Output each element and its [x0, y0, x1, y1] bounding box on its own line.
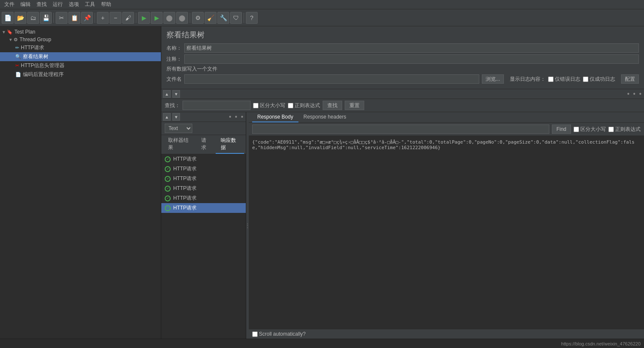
request-status-icon-5	[165, 195, 171, 201]
menu-find[interactable]: 查找	[34, 0, 49, 9]
settings-button[interactable]: ⚙	[192, 12, 204, 24]
menu-file[interactable]: 文件	[2, 0, 17, 9]
tab-sampler-results[interactable]: 取样器结果	[163, 135, 196, 154]
tree-item-post-processor[interactable]: 📄 编码后置处理程序	[0, 70, 161, 79]
request-list-panel: ▲ ▼ • • • Text JSON XML HTML Binary	[161, 112, 246, 339]
run-stop-button[interactable]: ▶	[151, 12, 163, 24]
response-tab-headers[interactable]: Response headers	[298, 112, 352, 122]
find-input[interactable]	[252, 124, 549, 134]
stop-circle-button[interactable]: ⬤	[163, 12, 175, 24]
tool1-button[interactable]: 🔧	[217, 12, 229, 24]
tree-arrow-plan: ▼	[2, 30, 6, 34]
request-item-3[interactable]: HTTP请求	[161, 174, 246, 184]
nav-up-button[interactable]: ▲	[163, 90, 171, 98]
regex-checkbox[interactable]	[288, 103, 293, 108]
toolbar-dots-mid: • • •	[229, 113, 244, 121]
find-regex-label: 正则表达式	[608, 126, 641, 133]
find-case-checkbox[interactable]	[574, 127, 579, 132]
scroll-auto-row: Scroll automatically?	[249, 329, 644, 339]
new-button[interactable]: 📄	[2, 12, 14, 24]
status-bar: https://blog.csdn.net/weixin_47626220	[0, 339, 644, 348]
request-list-toolbar: ▲ ▼ • • •	[161, 112, 246, 122]
tab-request[interactable]: 请求	[196, 135, 216, 154]
toolbar: 📄 📂 🗂 💾 ✂ 📋 📌 + − 🖌 ▶ ▶ ⬤ ⬤ ⚙ 🧹 🔧 🛡 ?	[0, 9, 644, 26]
save-button[interactable]: 💾	[40, 12, 52, 24]
tab-response-data[interactable]: 响应数据	[216, 135, 244, 154]
cut-button[interactable]: ✂	[56, 12, 67, 24]
file-input[interactable]	[184, 74, 479, 84]
minus-button[interactable]: −	[110, 12, 121, 24]
request-item-4[interactable]: HTTP请求	[161, 184, 246, 193]
nav-up2-button[interactable]: ▲	[163, 113, 171, 121]
add-button[interactable]: +	[97, 12, 109, 24]
main-area: ▼ 🔖 Test Plan ▼ ⚙ Thread Group ✏ HTTP请求 …	[0, 26, 644, 339]
tool2-button[interactable]: 🛡	[230, 12, 242, 24]
response-body: {"code":"AE0911","msg":"æ□¤æ°□ç¾»ç›□åÂ□□…	[249, 136, 644, 329]
menu-run[interactable]: 运行	[50, 0, 65, 9]
request-item-2[interactable]: HTTP请求	[161, 164, 246, 174]
request-status-icon-2	[165, 166, 171, 172]
tree-label-view-results: 察看结果树	[23, 53, 48, 60]
menu-help[interactable]: 帮助	[98, 0, 114, 9]
find-case-label: 区分大小写	[574, 126, 606, 133]
run-button[interactable]: ▶	[138, 12, 150, 24]
search-button[interactable]: 查找	[323, 101, 342, 110]
error-log-label: 仅错误日志	[555, 76, 580, 83]
menu-options[interactable]: 选项	[66, 0, 82, 9]
save-template-button[interactable]: 🗂	[27, 12, 39, 24]
success-log-checkbox[interactable]	[583, 76, 588, 82]
file-row: 文件名 浏览... 显示日志内容： 仅错误日志 仅成功日志 配置	[166, 74, 639, 84]
request-label-2: HTTP请求	[173, 165, 197, 173]
paste-button[interactable]: 📌	[81, 12, 93, 24]
error-log-checkbox[interactable]	[548, 76, 554, 82]
browse-button[interactable]: 浏览...	[482, 74, 504, 84]
format-select[interactable]: Text JSON XML HTML Binary	[165, 124, 192, 133]
toolbar-sep5	[244, 13, 244, 23]
nav-down-button[interactable]: ▼	[172, 90, 180, 98]
content-toolbar-left: ▲ ▼	[163, 90, 180, 98]
tree-item-http-request1[interactable]: ✏ HTTP请求	[0, 43, 161, 52]
tree-item-test-plan[interactable]: ▼ 🔖 Test Plan	[0, 28, 161, 36]
menu-tools[interactable]: 工具	[82, 0, 98, 9]
reset-button[interactable]: 重置	[345, 101, 364, 110]
help-button[interactable]: ?	[246, 12, 258, 24]
content-toolbar-top: ▲ ▼ • • •	[161, 89, 644, 99]
request-items: HTTP请求 HTTP请求 HTTP请求 HTTP请求	[161, 154, 246, 339]
record-button[interactable]: ⬤	[176, 12, 188, 24]
find-button[interactable]: Find	[552, 124, 571, 134]
open-button[interactable]: 📂	[14, 12, 26, 24]
find-bar: Find 区分大小写 正则表达式	[249, 123, 644, 136]
scroll-auto-checkbox[interactable]	[252, 331, 258, 337]
scroll-auto-text: Scroll automatically?	[259, 331, 306, 337]
tree-item-thread-group[interactable]: ▼ ⚙ Thread Group	[0, 36, 161, 43]
request-item-6[interactable]: HTTP请求	[161, 203, 246, 213]
tree-label-http-header: HTTP信息头管理器	[21, 62, 65, 69]
search-label: 查找：	[165, 102, 180, 109]
comment-row: 注释：	[166, 54, 639, 64]
tree-arrow-group: ▼	[8, 37, 13, 42]
configure-button[interactable]: 配置	[621, 74, 639, 84]
file-section-label: 所有数据写入一个文件	[166, 65, 217, 73]
comment-label: 注释：	[166, 56, 182, 63]
comment-input[interactable]	[184, 54, 639, 64]
tree-item-view-results[interactable]: 🔍 察看结果树	[0, 52, 161, 61]
response-tab-body[interactable]: Response Body	[252, 112, 298, 122]
search-input[interactable]	[183, 101, 250, 110]
copy-button[interactable]: 📋	[68, 12, 80, 24]
scroll-auto-label: Scroll automatically?	[252, 331, 306, 337]
request-item-5[interactable]: HTTP请求	[161, 193, 246, 203]
menu-edit[interactable]: 编辑	[18, 0, 33, 9]
find-regex-checkbox[interactable]	[608, 127, 614, 132]
header-icon: ✂	[15, 63, 19, 68]
request-status-icon-1	[165, 156, 171, 162]
clear-button[interactable]: 🧹	[205, 12, 217, 24]
tree-item-http-header[interactable]: ✂ HTTP信息头管理器	[0, 61, 161, 70]
search-row: 查找： 区分大小写 正则表达式 查找 重置	[161, 99, 644, 112]
request-item-1[interactable]: HTTP请求	[161, 154, 246, 164]
file-label: 文件名	[166, 76, 182, 83]
brush-button[interactable]: 🖌	[122, 12, 134, 24]
case-sensitive-checkbox[interactable]	[253, 103, 259, 108]
nav-down2-button[interactable]: ▼	[172, 113, 180, 121]
file-section-row: 所有数据写入一个文件	[166, 65, 639, 73]
name-input[interactable]	[184, 43, 639, 53]
